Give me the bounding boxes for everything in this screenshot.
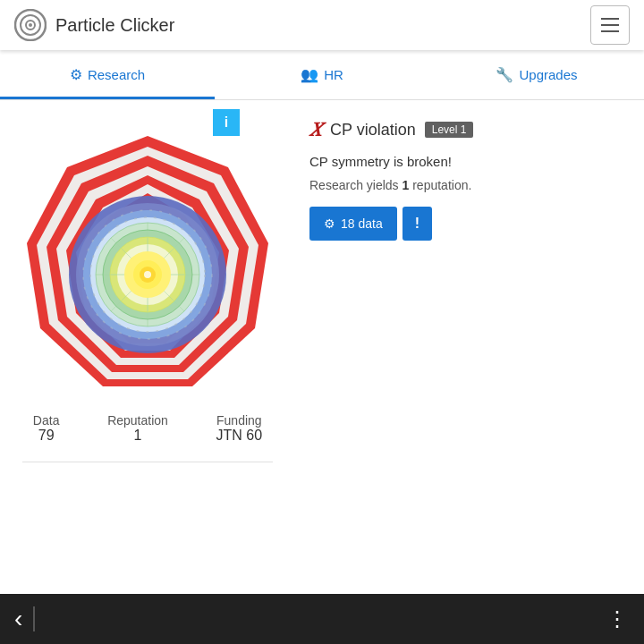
stat-rep-value: 1 <box>134 428 142 444</box>
menu-button[interactable] <box>590 5 630 45</box>
exclaim-button[interactable]: ! <box>402 207 432 241</box>
bottom-bar: ‹ ⋮ <box>0 594 644 644</box>
tab-upgrades[interactable]: 🔧 Upgrades <box>429 50 644 99</box>
research-tab-label: Research <box>88 67 145 82</box>
research-description: CP symmetry is broken! <box>309 154 630 169</box>
left-panel: i <box>0 100 295 594</box>
tab-hr[interactable]: 👥 HR <box>215 50 429 99</box>
hr-tab-label: HR <box>324 67 343 82</box>
level-badge: Level 1 <box>425 122 474 138</box>
cp-symbol-icon: 𝛸 <box>309 118 321 141</box>
research-tab-icon: ⚙ <box>70 66 82 83</box>
svg-point-26 <box>144 271 151 278</box>
more-options-button[interactable]: ⋮ <box>606 606 630 631</box>
back-button[interactable]: ‹ <box>14 605 22 633</box>
data-button-label: 18 data <box>341 216 383 231</box>
action-row: ⚙ 18 data ! <box>309 207 630 241</box>
hamburger-line <box>601 30 619 32</box>
hamburger-line <box>601 24 619 26</box>
tab-bar: ⚙ Research 👥 HR 🔧 Upgrades <box>0 50 644 100</box>
app-icon <box>14 9 47 41</box>
svg-point-3 <box>29 23 32 27</box>
hamburger-line <box>601 18 619 20</box>
stat-fund-value: JTN 60 <box>216 428 263 444</box>
research-title: CP violation <box>330 121 416 140</box>
yield-unit: reputation. <box>409 178 471 192</box>
upgrades-tab-icon: 🔧 <box>496 66 513 83</box>
right-panel: 𝛸 CP violation Level 1 CP symmetry is br… <box>295 100 644 594</box>
main-content: i <box>0 100 644 594</box>
app-branding: Particle Clicker <box>14 9 174 41</box>
top-bar: Particle Clicker <box>0 0 644 50</box>
info-badge[interactable]: i <box>213 109 240 136</box>
data-button[interactable]: ⚙ 18 data <box>309 207 397 241</box>
particle-visualization[interactable] <box>13 127 282 395</box>
divider <box>22 462 273 462</box>
particle-svg <box>13 127 282 422</box>
research-yield: Research yields 1 reputation. <box>309 178 630 192</box>
upgrades-tab-label: Upgrades <box>519 67 577 82</box>
app-title: Particle Clicker <box>55 15 174 36</box>
tab-research[interactable]: ⚙ Research <box>0 50 215 99</box>
hr-tab-icon: 👥 <box>301 66 318 83</box>
stat-data-value: 79 <box>38 428 55 444</box>
gear-icon: ⚙ <box>324 216 335 231</box>
yield-text: Research yields <box>309 178 402 192</box>
exclaim-label: ! <box>415 216 419 231</box>
research-header: 𝛸 CP violation Level 1 <box>309 118 630 141</box>
bottom-divider <box>33 606 35 631</box>
info-icon: i <box>225 114 228 131</box>
